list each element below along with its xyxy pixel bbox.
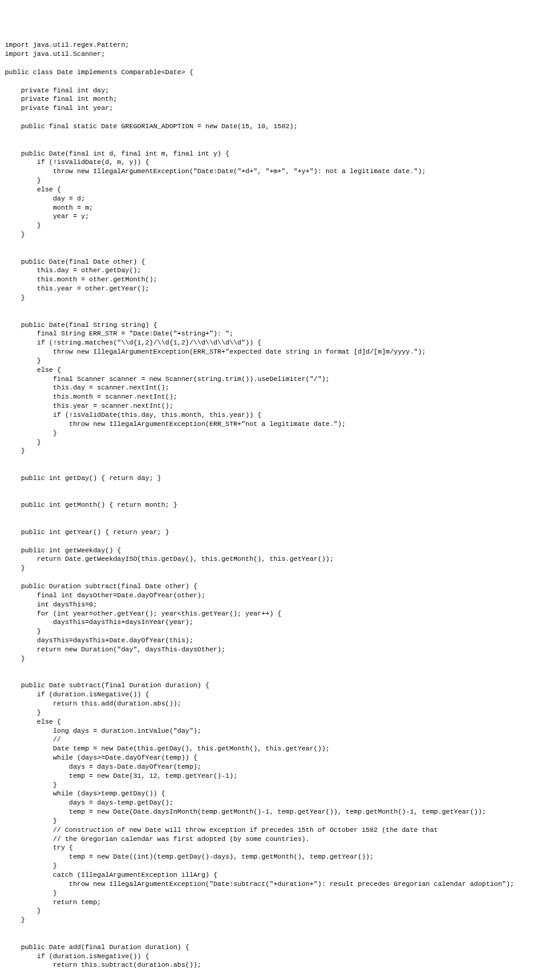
code-block: import java.util.regex.Pattern; import j… — [5, 41, 555, 971]
code-content: import java.util.regex.Pattern; import j… — [5, 41, 514, 971]
